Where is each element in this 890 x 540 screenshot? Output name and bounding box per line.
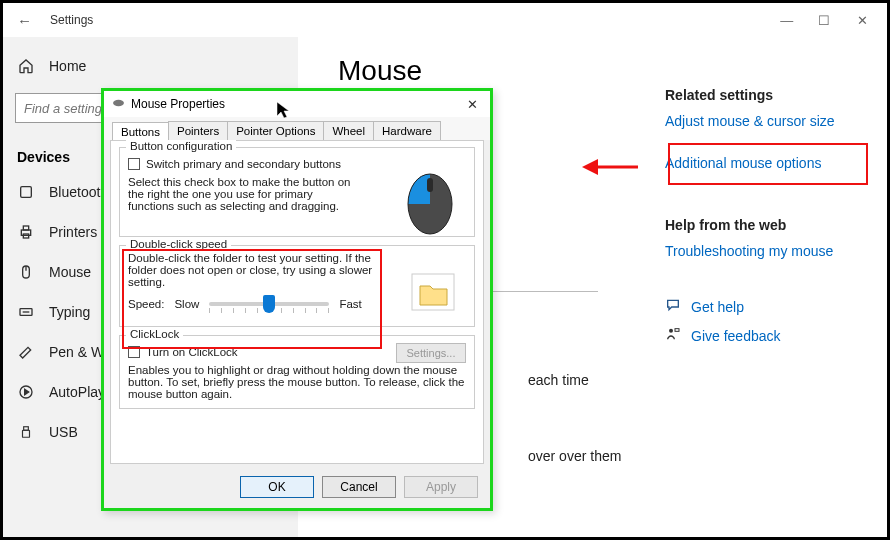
checkbox-label: Switch primary and secondary buttons <box>146 158 341 170</box>
tab-pointer-options[interactable]: Pointer Options <box>227 121 324 140</box>
checkbox-clicklock[interactable]: Turn on ClickLock <box>128 346 396 358</box>
sidebar-home-label: Home <box>49 58 86 74</box>
bluetooth-icon <box>17 184 35 200</box>
link-adjust-mouse-size[interactable]: Adjust mouse & cursor size <box>665 113 871 129</box>
sidebar-item-label: USB <box>49 424 78 440</box>
minimize-icon[interactable]: — <box>770 13 804 28</box>
mouse-image <box>402 164 458 236</box>
fast-label: Fast <box>339 298 361 310</box>
window-controls: — ☐ ✕ <box>770 13 879 28</box>
tab-buttons[interactable]: Buttons <box>112 122 169 141</box>
sidebar-home[interactable]: Home <box>3 47 298 85</box>
usb-icon <box>17 423 35 441</box>
folder-test-target[interactable] <box>410 272 456 314</box>
tab-pointers[interactable]: Pointers <box>168 121 228 140</box>
cancel-button[interactable]: Cancel <box>322 476 396 498</box>
svg-marker-9 <box>25 389 29 394</box>
dialog-title: Mouse Properties <box>131 97 225 111</box>
group-title: ClickLock <box>126 328 183 340</box>
clicklock-settings-button[interactable]: Settings... <box>396 343 466 363</box>
svg-point-12 <box>669 329 673 333</box>
group-desc: Enables you to highlight or drag without… <box>128 364 466 400</box>
help-web-head: Help from the web <box>665 217 871 233</box>
maximize-icon[interactable]: ☐ <box>807 13 841 28</box>
link-troubleshoot-mouse[interactable]: Troubleshooting my mouse <box>665 243 871 259</box>
sidebar-item-label: AutoPlay <box>49 384 105 400</box>
dialog-button-row: OK Cancel Apply <box>104 470 490 508</box>
double-click-speed-slider[interactable] <box>209 302 329 306</box>
window-title: Settings <box>50 13 93 27</box>
mouse-small-icon <box>112 97 125 111</box>
close-icon[interactable]: ✕ <box>845 13 879 28</box>
svg-rect-2 <box>23 226 28 230</box>
svg-rect-0 <box>21 187 32 198</box>
mouse-properties-dialog: Mouse Properties ✕ Buttons Pointers Poin… <box>101 88 493 511</box>
checkbox-label: Turn on ClickLock <box>146 346 238 358</box>
feedback-icon <box>665 326 681 345</box>
back-icon[interactable]: ← <box>17 12 32 29</box>
sidebar-item-label: Pen & Wi <box>49 344 107 360</box>
checkbox-icon <box>128 346 140 358</box>
keyboard-icon <box>17 304 35 320</box>
group-desc: Select this check box to make the button… <box>128 176 358 212</box>
home-icon <box>17 58 35 74</box>
sidebar-item-label: Mouse <box>49 264 91 280</box>
right-panel: Related settings Adjust mouse & cursor s… <box>665 37 887 537</box>
give-feedback-label: Give feedback <box>691 328 781 344</box>
group-desc: Double-click the folder to test your set… <box>128 252 378 288</box>
dialog-body: Button configuration Switch primary and … <box>110 140 484 464</box>
checkbox-icon <box>128 158 140 170</box>
link-additional-mouse-options[interactable]: Additional mouse options <box>665 155 871 171</box>
tab-wheel[interactable]: Wheel <box>323 121 374 140</box>
tab-hardware[interactable]: Hardware <box>373 121 441 140</box>
titlebar: ← Settings — ☐ ✕ <box>3 3 887 37</box>
slow-label: Slow <box>174 298 199 310</box>
group-button-config: Button configuration Switch primary and … <box>119 147 475 237</box>
autoplay-icon <box>17 384 35 400</box>
chat-icon <box>665 297 681 316</box>
svg-rect-13 <box>675 329 679 332</box>
give-feedback-link[interactable]: Give feedback <box>665 326 871 345</box>
svg-point-14 <box>113 100 124 107</box>
svg-rect-16 <box>427 178 433 192</box>
dialog-close-icon[interactable]: ✕ <box>463 97 482 112</box>
group-clicklock: ClickLock Turn on ClickLock Settings... … <box>119 335 475 409</box>
mouse-icon <box>17 264 35 280</box>
page-title: Mouse <box>338 55 637 87</box>
sidebar-item-label: Bluetooth <box>49 184 108 200</box>
group-double-click: Double-click speed Double-click the fold… <box>119 245 475 327</box>
svg-rect-11 <box>23 430 30 437</box>
get-help-label: Get help <box>691 299 744 315</box>
dialog-titlebar: Mouse Properties ✕ <box>104 91 490 117</box>
get-help-link[interactable]: Get help <box>665 297 871 316</box>
sidebar-item-label: Typing <box>49 304 90 320</box>
dialog-tabstrip: Buttons Pointers Pointer Options Wheel H… <box>104 117 490 140</box>
apply-button[interactable]: Apply <box>404 476 478 498</box>
related-settings-head: Related settings <box>665 87 871 103</box>
ok-button[interactable]: OK <box>240 476 314 498</box>
slider-thumb[interactable] <box>263 295 275 313</box>
group-title: Button configuration <box>126 140 236 152</box>
group-title: Double-click speed <box>126 238 231 250</box>
printer-icon <box>17 224 35 240</box>
speed-label: Speed: <box>128 298 164 310</box>
pen-icon <box>17 344 35 360</box>
